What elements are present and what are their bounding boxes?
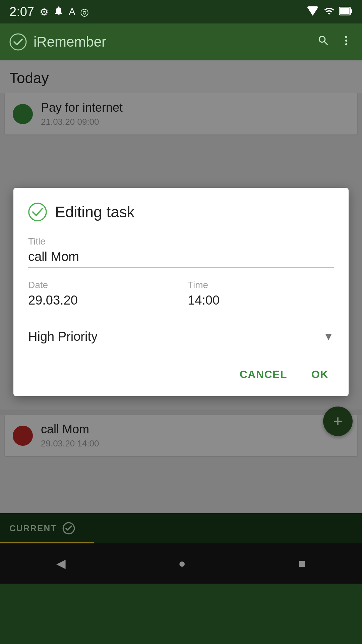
cancel-button[interactable]: CANCEL: [234, 365, 293, 384]
svg-rect-1: [350, 9, 352, 13]
time-field: Time 14:00: [188, 280, 334, 311]
search-icon[interactable]: [317, 34, 330, 50]
font-icon: A: [69, 6, 75, 17]
svg-point-6: [345, 43, 347, 45]
title-field-value[interactable]: call Mom: [28, 250, 334, 268]
dialog-checkmark-icon: [28, 203, 47, 221]
svg-point-4: [345, 36, 347, 38]
title-field-group: Title call Mom: [28, 236, 334, 268]
dialog-header: Editing task: [28, 203, 334, 221]
svg-point-3: [10, 34, 26, 50]
svg-point-7: [29, 203, 46, 221]
app-bar: iRemember: [0, 23, 362, 60]
edit-task-dialog: Editing task Title call Mom Date 29.03.2…: [13, 188, 349, 396]
status-time: 2:07: [9, 5, 34, 19]
ok-button[interactable]: OK: [306, 365, 334, 384]
status-icons: ⚙ A ◎: [40, 5, 89, 18]
alarm-icon: [53, 5, 64, 18]
title-field-label: Title: [28, 236, 334, 247]
more-icon[interactable]: [340, 34, 353, 50]
time-value[interactable]: 14:00: [188, 293, 334, 311]
dialog-title: Editing task: [55, 203, 135, 221]
status-left: 2:07 ⚙ A ◎: [9, 5, 89, 19]
svg-rect-2: [340, 8, 350, 14]
priority-label: High Priority: [28, 329, 98, 344]
status-right: [306, 6, 353, 18]
app-title: iRemember: [34, 34, 317, 50]
svg-point-5: [345, 39, 347, 41]
time-label: Time: [188, 280, 334, 290]
date-time-row: Date 29.03.20 Time 14:00: [28, 280, 334, 311]
settings-icon: ⚙: [40, 6, 49, 18]
date-value[interactable]: 29.03.20: [28, 293, 174, 311]
date-field: Date 29.03.20: [28, 280, 174, 311]
chevron-down-icon: ▼: [323, 330, 334, 343]
app-logo-icon: [9, 33, 27, 51]
status-bar: 2:07 ⚙ A ◎: [0, 0, 362, 23]
battery-icon: [339, 6, 353, 17]
signal-icon: [324, 6, 335, 18]
dialog-buttons: CANCEL OK: [28, 365, 334, 384]
wifi-icon: [306, 6, 319, 17]
app-bar-actions: [317, 34, 353, 50]
priority-field[interactable]: High Priority ▼: [28, 323, 334, 350]
date-label: Date: [28, 280, 174, 290]
block-icon: ◎: [80, 6, 89, 18]
main-content: Today Pay for internet 21.03.20 09:00 Ed…: [0, 60, 362, 584]
